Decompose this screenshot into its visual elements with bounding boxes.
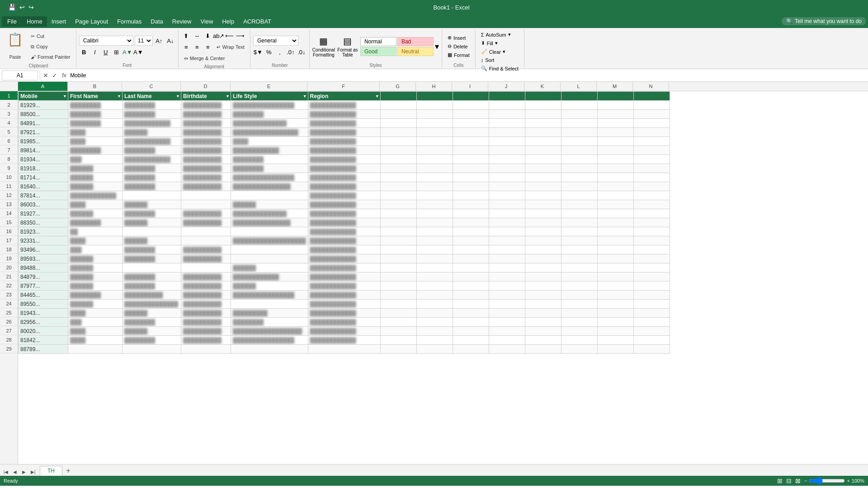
- cell-H27[interactable]: [416, 327, 453, 336]
- cell-J4[interactable]: [489, 119, 525, 128]
- cell-B17[interactable]: ████: [68, 236, 123, 245]
- cell-N24[interactable]: [633, 300, 670, 309]
- cell-E22[interactable]: ██████: [231, 282, 308, 291]
- cell-K5[interactable]: [525, 128, 561, 137]
- cell-N15[interactable]: [633, 218, 670, 227]
- cell-A13[interactable]: 86003...: [19, 200, 68, 209]
- cell-F2[interactable]: ████████████: [308, 101, 380, 110]
- cell-I6[interactable]: [453, 137, 489, 146]
- cell-L6[interactable]: [561, 137, 597, 146]
- cell-L9[interactable]: [561, 164, 597, 173]
- cell-B10[interactable]: ██████: [68, 173, 123, 182]
- cell-I19[interactable]: [453, 254, 489, 263]
- zoom-slider[interactable]: [809, 477, 845, 484]
- cell-C23[interactable]: ██████████: [123, 291, 181, 300]
- sheet-tab-TH[interactable]: TH: [40, 466, 62, 476]
- cell-E16[interactable]: [231, 227, 308, 236]
- cell-I10[interactable]: [453, 173, 489, 182]
- format-painter-button[interactable]: 🖌 Format Painter: [28, 52, 73, 62]
- cell-M2[interactable]: [597, 101, 633, 110]
- cell-I14[interactable]: [453, 209, 489, 218]
- cell-M20[interactable]: [597, 263, 633, 272]
- cell-M19[interactable]: [597, 254, 633, 263]
- cell-N6[interactable]: [633, 137, 670, 146]
- cell-G22[interactable]: [380, 282, 416, 291]
- cell-C7[interactable]: ████████: [123, 146, 181, 155]
- cell-E11[interactable]: ███████████████: [231, 182, 308, 191]
- cell-K21[interactable]: [525, 272, 561, 282]
- cell-F25[interactable]: ████████████: [308, 309, 380, 318]
- cell-D12[interactable]: [181, 191, 231, 200]
- cell-D24[interactable]: ██████████: [181, 300, 231, 309]
- cell-B3[interactable]: ████████: [68, 110, 123, 119]
- cell-L26[interactable]: [561, 318, 597, 327]
- cell-E21[interactable]: ████████████: [231, 272, 308, 282]
- cell-C19[interactable]: ████████: [123, 254, 181, 263]
- percent-button[interactable]: %: [264, 47, 274, 57]
- cell-A24[interactable]: 89550...: [19, 300, 68, 309]
- cell-J7[interactable]: [489, 146, 525, 155]
- row-number-17[interactable]: 17: [0, 236, 18, 245]
- row-number-12[interactable]: 12: [0, 191, 18, 200]
- cell-F17[interactable]: ████████████: [308, 236, 380, 245]
- row-number-2[interactable]: 2: [0, 100, 18, 109]
- cell-E2[interactable]: ████████████████: [231, 101, 308, 110]
- cell-B8[interactable]: ███: [68, 155, 123, 164]
- cell-B24[interactable]: ██████: [68, 300, 123, 309]
- cell-A27[interactable]: 80020...: [19, 327, 68, 336]
- cell-I20[interactable]: [453, 263, 489, 272]
- cell-E13[interactable]: ██████: [231, 200, 308, 209]
- col-header-H[interactable]: H: [416, 82, 452, 91]
- cell-D28[interactable]: ██████████: [181, 336, 231, 345]
- col-header-G[interactable]: G: [380, 82, 416, 91]
- cell-I7[interactable]: [453, 146, 489, 155]
- cell-E3[interactable]: ████████: [231, 110, 308, 119]
- comma-button[interactable]: ,: [275, 47, 285, 57]
- cell-F6[interactable]: ████████████: [308, 137, 380, 146]
- cell-L29[interactable]: [561, 345, 597, 354]
- cell-M21[interactable]: [597, 272, 633, 282]
- cell-N18[interactable]: [633, 245, 670, 254]
- cell-M27[interactable]: [597, 327, 633, 336]
- cell-L28[interactable]: [561, 336, 597, 345]
- cell-M22[interactable]: [597, 282, 633, 291]
- cell-N29[interactable]: [633, 345, 670, 354]
- cell-C20[interactable]: [123, 263, 181, 272]
- formulas-menu[interactable]: Formulas: [113, 16, 146, 27]
- cell-G23[interactable]: [380, 291, 416, 300]
- row-number-26[interactable]: 26: [0, 317, 18, 326]
- cell-F9[interactable]: ████████████: [308, 164, 380, 173]
- cell-L11[interactable]: [561, 182, 597, 191]
- cell-F21[interactable]: ████████████: [308, 272, 380, 282]
- cell-M5[interactable]: [597, 128, 633, 137]
- cell-E20[interactable]: ██████: [231, 263, 308, 272]
- cell-F15[interactable]: ████████████: [308, 218, 380, 227]
- cell-E15[interactable]: ███████████████: [231, 218, 308, 227]
- cell-N14[interactable]: [633, 209, 670, 218]
- format-button[interactable]: ▦ Format: [445, 51, 472, 59]
- cell-H22[interactable]: [416, 282, 453, 291]
- row-number-18[interactable]: 18: [0, 245, 18, 254]
- header-cell-J[interactable]: [489, 92, 525, 101]
- cell-E9[interactable]: ████████: [231, 164, 308, 173]
- cell-K16[interactable]: [525, 227, 561, 236]
- cell-G29[interactable]: [380, 345, 416, 354]
- cell-C21[interactable]: ████████: [123, 272, 181, 282]
- cell-G13[interactable]: [380, 200, 416, 209]
- cell-J12[interactable]: [489, 191, 525, 200]
- cell-G11[interactable]: [380, 182, 416, 191]
- cell-J3[interactable]: [489, 110, 525, 119]
- page-layout-menu[interactable]: Page Layout: [71, 16, 113, 27]
- cell-B29[interactable]: [68, 345, 123, 354]
- align-top-button[interactable]: ⬆: [181, 31, 191, 41]
- cell-C24[interactable]: ██████████████: [123, 300, 181, 309]
- cell-N19[interactable]: [633, 254, 670, 263]
- cell-J9[interactable]: [489, 164, 525, 173]
- cell-F5[interactable]: ████████████: [308, 128, 380, 137]
- row-number-5[interactable]: 5: [0, 127, 18, 136]
- paste-button[interactable]: 📋 Paste: [4, 31, 27, 62]
- cell-F10[interactable]: ████████████: [308, 173, 380, 182]
- cell-C3[interactable]: ████████: [123, 110, 181, 119]
- cell-N9[interactable]: [633, 164, 670, 173]
- cell-B11[interactable]: ██████: [68, 182, 123, 191]
